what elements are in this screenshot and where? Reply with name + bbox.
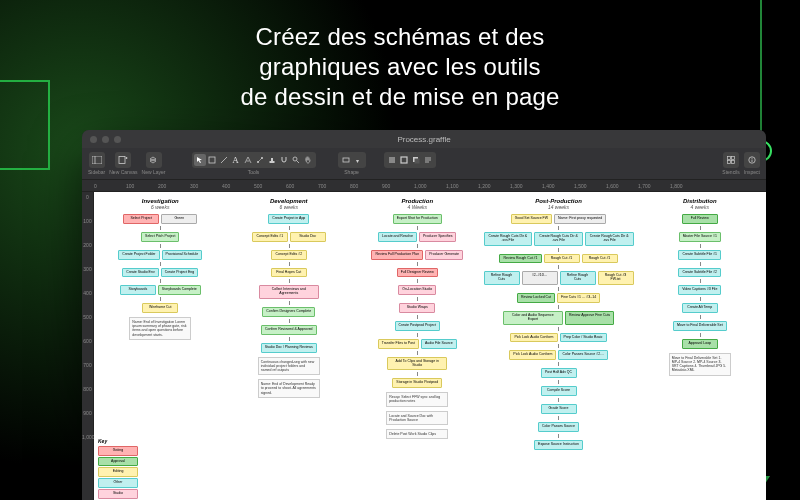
text-style-icon[interactable] bbox=[422, 154, 434, 166]
flow-node[interactable]: Refine Rough Cuts bbox=[560, 271, 596, 285]
flow-node[interactable]: Concept Edits #1 bbox=[252, 232, 288, 242]
flow-node[interactable]: Create Postprod Project bbox=[395, 321, 440, 331]
selection-tool-icon[interactable] bbox=[194, 154, 206, 166]
flow-node[interactable]: Color Passes Source bbox=[538, 422, 579, 432]
flow-node[interactable]: Name: First proxy requested bbox=[554, 214, 606, 224]
connector bbox=[558, 248, 559, 252]
flow-node[interactable]: Confirm Designers Complete bbox=[262, 307, 315, 317]
pen-tool-icon[interactable] bbox=[242, 154, 254, 166]
flow-node[interactable]: Create Project Folder bbox=[118, 250, 159, 260]
toolbar-inspect[interactable]: Inspect bbox=[744, 152, 760, 175]
phase-note[interactable]: Name: End of Development Ready to procee… bbox=[258, 379, 320, 398]
flow-node[interactable]: Full Review bbox=[682, 214, 718, 224]
flow-node[interactable]: Provisional Schedule bbox=[162, 250, 203, 260]
window-titlebar[interactable]: Process.graffle bbox=[82, 130, 766, 148]
flow-node[interactable]: Transfer Files to Post bbox=[378, 339, 419, 349]
flow-node[interactable]: Create Studio Env bbox=[122, 268, 158, 278]
phase-note[interactable]: Name: End of Investigation Lorem ipsum s… bbox=[129, 317, 191, 340]
toolbar-new-layer[interactable]: New Layer bbox=[142, 152, 166, 175]
shadow-icon[interactable] bbox=[410, 154, 422, 166]
flow-node[interactable]: Create Rough Cuts Dir & .svs File bbox=[484, 232, 533, 246]
flow-node[interactable]: Create Subtitle File #2 bbox=[678, 268, 721, 278]
flow-node[interactable]: Export Shot for Production bbox=[393, 214, 442, 224]
flow-node[interactable]: Color Passes Source #2… bbox=[558, 350, 607, 360]
flow-node[interactable]: Rough Cut #1 bbox=[544, 254, 580, 264]
flow-node[interactable]: Grade Score bbox=[541, 404, 577, 414]
toolbar-shape-picker[interactable]: ▾ Shape bbox=[338, 152, 366, 175]
stamp-tool-icon[interactable] bbox=[266, 154, 278, 166]
flow-node[interactable]: Create Rough Cuts Dir & .svs File bbox=[585, 232, 634, 246]
flow-node[interactable]: Add To Clips and Storage in Studio bbox=[387, 357, 447, 371]
phase-note[interactable]: Locate and Source Doc with Production So… bbox=[386, 411, 448, 425]
flow-node[interactable]: Pick Lock Audio Conform bbox=[510, 333, 557, 343]
flow-node[interactable]: Prep Color / Studio Basic bbox=[560, 333, 607, 343]
flow-node[interactable]: Confirm Reviewed & Approved bbox=[261, 325, 317, 335]
flow-node[interactable]: Video Captions #3 File bbox=[678, 285, 721, 295]
flow-node[interactable]: Create Subtitle File #1 bbox=[678, 250, 721, 260]
flow-node[interactable]: Review Approve Fine Cuts bbox=[565, 311, 614, 325]
toolbar-new-canvas[interactable]: New Canvas bbox=[109, 152, 137, 175]
fill-icon[interactable] bbox=[386, 154, 398, 166]
flow-node[interactable]: Studio Wraps bbox=[399, 303, 435, 313]
toolbar-sidebar-toggle[interactable]: Sidebar bbox=[88, 152, 105, 175]
shape-tool-icon[interactable] bbox=[206, 154, 218, 166]
flow-node[interactable]: #2–#10… bbox=[522, 271, 558, 285]
flow-node[interactable]: Audio File Source bbox=[421, 339, 457, 349]
flow-node[interactable]: Create Project in App bbox=[268, 214, 309, 224]
point-edit-icon[interactable] bbox=[254, 154, 266, 166]
flow-node[interactable]: Rough Cut #1 bbox=[582, 254, 618, 264]
flow-node[interactable]: On-Location Studio bbox=[398, 285, 436, 295]
flow-node[interactable]: Review Full Production Plan bbox=[371, 250, 423, 260]
flow-node[interactable]: Producer Generate bbox=[425, 250, 463, 260]
svg-rect-2 bbox=[119, 157, 125, 164]
vertical-ruler[interactable]: 01002003004005006007008009001,000 bbox=[82, 192, 94, 500]
flow-node[interactable]: Approval Loop bbox=[682, 339, 718, 349]
marketing-headline: Créez des schémas et desgraphiques avec … bbox=[0, 0, 800, 112]
zoom-tool-icon[interactable] bbox=[290, 154, 302, 166]
flow-node[interactable]: Create Rough Cuts Dir & .svs File bbox=[534, 232, 583, 246]
flow-node[interactable]: Final Hayes Cut bbox=[271, 268, 307, 278]
phase-note[interactable]: Recap: Select FFW sync and log productio… bbox=[386, 392, 448, 406]
flow-node[interactable]: Studio Doc bbox=[290, 232, 326, 242]
flow-node[interactable]: Collect Interviews and Agreements bbox=[259, 285, 319, 299]
flow-node[interactable]: Create Alt Temp bbox=[682, 303, 718, 313]
flow-node[interactable]: Green bbox=[161, 214, 197, 224]
flow-node[interactable]: Post Half Adv QC bbox=[541, 368, 577, 378]
flow-node[interactable]: Good Set Source FW bbox=[511, 214, 552, 224]
flow-node[interactable]: Storyboards Complete bbox=[158, 285, 201, 295]
toolbar-style-group[interactable] bbox=[384, 152, 436, 175]
flow-node[interactable]: Move to Final Deliverable Set bbox=[673, 321, 727, 331]
flow-node[interactable]: Rough Cut #3 FW.txt bbox=[598, 271, 634, 285]
flow-node[interactable]: Storyboards bbox=[120, 285, 156, 295]
flow-node[interactable]: Expose Source Instruction bbox=[534, 440, 583, 450]
toolbar-stencils[interactable]: Stencils bbox=[722, 152, 740, 175]
phase-note[interactable]: Move to Final Deliverable Set 1. MP-4 So… bbox=[669, 353, 731, 376]
phase-note[interactable]: Continuous changed-seg with new individu… bbox=[258, 357, 320, 376]
flow-node[interactable]: Compile Score bbox=[541, 386, 577, 396]
flow-node[interactable]: Color and Audio Sequence Export bbox=[503, 311, 563, 325]
phase-note[interactable]: Delete Post Work Studio Clips bbox=[386, 429, 448, 439]
flow-node[interactable]: Create Project Eng bbox=[161, 268, 199, 278]
flow-node[interactable]: Master File Source #1 bbox=[679, 232, 721, 242]
flow-node[interactable]: Full Designer Review bbox=[397, 268, 438, 278]
flow-node[interactable]: Wireframe Cut bbox=[142, 303, 178, 313]
magnet-tool-icon[interactable] bbox=[278, 154, 290, 166]
flow-node[interactable]: Storage in Studio Postprod bbox=[392, 378, 442, 388]
flow-node[interactable]: Review Locked Cut bbox=[517, 293, 555, 303]
flow-node[interactable]: Review Rough Cut #1 bbox=[499, 254, 541, 264]
canvas[interactable]: Investigation6 weeksSelect ProjectGreenS… bbox=[94, 192, 766, 500]
flow-node[interactable]: Refine Rough Cuts bbox=[484, 271, 520, 285]
horizontal-ruler[interactable]: 01002003004005006007008009001,0001,1001,… bbox=[82, 180, 766, 192]
flow-node[interactable]: Locate and Resolve bbox=[378, 232, 417, 242]
text-tool-icon[interactable]: A bbox=[230, 154, 242, 166]
flow-node[interactable]: Select Pitch Project bbox=[141, 232, 179, 242]
line-tool-icon[interactable] bbox=[218, 154, 230, 166]
flow-node[interactable]: Pick Lock Audio Conform bbox=[509, 350, 556, 360]
flow-node[interactable]: Select Project bbox=[123, 214, 159, 224]
stroke-icon[interactable] bbox=[398, 154, 410, 166]
flow-node[interactable]: Concept Edits #2 bbox=[271, 250, 307, 260]
flow-node[interactable]: Fine Cuts #1 … #3–14 bbox=[557, 293, 600, 303]
flow-node[interactable]: Studio Doc / Planning Reviews bbox=[261, 343, 317, 353]
hand-tool-icon[interactable] bbox=[302, 154, 314, 166]
flow-node[interactable]: Producer Specifies bbox=[419, 232, 456, 242]
